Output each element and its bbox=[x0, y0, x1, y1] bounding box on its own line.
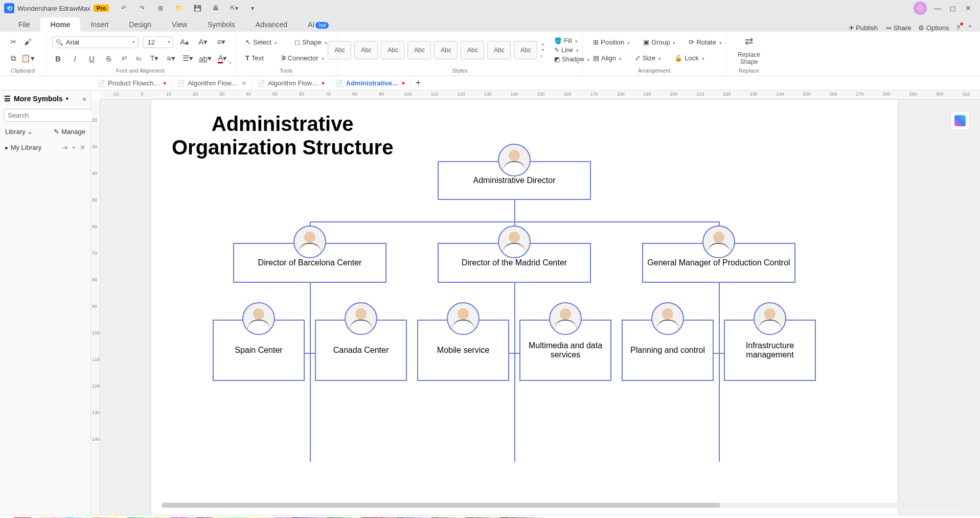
close-button[interactable]: ✕ bbox=[961, 4, 976, 12]
manage-link[interactable]: ✎ Manage bbox=[54, 128, 85, 136]
bold-icon[interactable]: B bbox=[52, 52, 64, 64]
style-preset[interactable]: Abc bbox=[461, 41, 484, 59]
text-tool[interactable]: T Text bbox=[241, 52, 268, 64]
node-l2a[interactable]: Director of Barcelona Center bbox=[233, 243, 386, 283]
document-tab[interactable]: 📄Algorithm Flow…✕ bbox=[172, 76, 252, 90]
list-icon[interactable]: ☰▾ bbox=[182, 52, 194, 64]
subscript-icon[interactable]: x₂ bbox=[134, 52, 143, 64]
select-tool[interactable]: ↖ Select bbox=[241, 36, 281, 48]
close-tab-icon[interactable]: ✕ bbox=[241, 80, 246, 87]
align-button[interactable]: ▤ Align bbox=[589, 52, 626, 64]
font-color-icon[interactable]: A▾ bbox=[217, 52, 229, 64]
collapse-ribbon-icon[interactable]: ⌃ bbox=[967, 24, 973, 32]
connector-tool[interactable]: ᕒ Connector bbox=[277, 52, 328, 64]
align-menu-icon[interactable]: ≡▾ bbox=[214, 36, 229, 48]
style-preset[interactable]: Abc bbox=[354, 41, 378, 59]
highlight-icon[interactable]: ab▾ bbox=[199, 52, 212, 64]
horizontal-scrollbar[interactable] bbox=[162, 503, 960, 508]
canvas[interactable]: Administrative Organization Structure bbox=[100, 100, 980, 515]
publish-link[interactable]: ✈ Publish bbox=[849, 24, 878, 32]
replace-shape-button[interactable]: Replace Shape bbox=[732, 51, 766, 65]
line-spacing-icon[interactable]: ≡▾ bbox=[165, 52, 177, 64]
node-l3c[interactable]: Mobile service bbox=[417, 320, 509, 381]
node-l3d[interactable]: Multimedia and data services bbox=[519, 320, 611, 381]
node-l2b[interactable]: Director of the Madrid Center bbox=[438, 243, 591, 283]
styles-launcher-icon[interactable]: ↘ bbox=[575, 59, 579, 65]
person-icon bbox=[651, 302, 684, 335]
close-lib-icon[interactable]: ✕ bbox=[80, 144, 85, 151]
position-button[interactable]: ⊞ Position bbox=[589, 36, 634, 48]
options-link[interactable]: ⚙ Options bbox=[918, 24, 949, 32]
style-more-icon[interactable]: ▾ bbox=[540, 54, 545, 59]
tab-ai[interactable]: AIhot bbox=[298, 17, 339, 32]
style-preset[interactable]: Abc bbox=[434, 41, 458, 59]
new-icon[interactable]: ⊞ bbox=[155, 2, 166, 14]
undo-icon[interactable]: ↶ bbox=[118, 2, 129, 14]
tab-symbols[interactable]: Symbols bbox=[197, 17, 245, 32]
collapse-sidebar-icon[interactable]: « bbox=[82, 95, 86, 103]
symbol-search-input[interactable] bbox=[4, 109, 97, 122]
case-icon[interactable]: T▾ bbox=[148, 52, 160, 64]
tab-insert[interactable]: Insert bbox=[80, 17, 119, 32]
my-library-item[interactable]: ▸ My Library bbox=[5, 144, 41, 151]
qat-more-icon[interactable]: ▾ bbox=[247, 2, 258, 14]
maximize-button[interactable]: ◻ bbox=[945, 4, 961, 12]
node-l2c[interactable]: General Manager of Production Control bbox=[642, 243, 795, 283]
size-button[interactable]: ⤢ Size bbox=[631, 52, 665, 64]
redo-icon[interactable]: ↷ bbox=[136, 2, 148, 14]
style-preset[interactable]: Abc bbox=[407, 41, 431, 59]
print-icon[interactable]: 🖶 bbox=[210, 2, 221, 14]
group-button[interactable]: ▣ Group bbox=[639, 36, 679, 48]
tab-design[interactable]: Design bbox=[119, 17, 162, 32]
export-icon[interactable]: ⇱▾ bbox=[229, 2, 240, 14]
italic-icon[interactable]: I bbox=[69, 52, 81, 64]
user-avatar[interactable] bbox=[914, 2, 927, 15]
style-down-icon[interactable]: ▼ bbox=[540, 48, 545, 53]
library-dropdown[interactable]: Library ⌄ bbox=[5, 128, 33, 136]
cut-icon[interactable]: ✂ bbox=[6, 36, 20, 48]
font-launcher-icon[interactable]: ↘ bbox=[227, 59, 232, 65]
share-link[interactable]: ⫘ Share bbox=[885, 24, 911, 32]
underline-icon[interactable]: U bbox=[86, 52, 98, 64]
node-l3a[interactable]: Spain Center bbox=[213, 320, 305, 381]
style-preset[interactable]: Abc bbox=[514, 41, 537, 59]
person-icon bbox=[447, 302, 480, 335]
rotate-button[interactable]: ⟳ Rotate bbox=[685, 36, 725, 48]
node-l3f[interactable]: Infrastructure management bbox=[724, 320, 816, 381]
lock-button[interactable]: 🔒 Lock bbox=[670, 52, 708, 64]
ai-assistant-button[interactable] bbox=[950, 111, 970, 130]
format-painter-icon[interactable]: 🖌 bbox=[20, 36, 35, 48]
style-preset[interactable]: Abc bbox=[487, 41, 511, 59]
font-family-select[interactable]: 🔍Arial▾ bbox=[52, 36, 139, 48]
style-up-icon[interactable]: ▲ bbox=[540, 41, 545, 47]
strikethrough-icon[interactable]: S bbox=[103, 52, 115, 64]
paste-icon[interactable]: 📋▾ bbox=[20, 52, 35, 64]
add-tab-button[interactable]: + bbox=[411, 78, 426, 88]
document-tab[interactable]: 📄Administrative…• bbox=[330, 76, 411, 90]
node-l3e[interactable]: Planning and control bbox=[622, 320, 714, 381]
open-icon[interactable]: 📁 bbox=[173, 2, 185, 14]
style-preset[interactable]: Abc bbox=[328, 41, 351, 59]
tab-advanced[interactable]: Advanced bbox=[245, 17, 298, 32]
copy-icon[interactable]: ⧉ bbox=[6, 52, 20, 64]
person-icon bbox=[702, 226, 735, 258]
help-icon[interactable]: ? bbox=[956, 24, 960, 32]
superscript-icon[interactable]: x² bbox=[120, 52, 129, 64]
tab-home[interactable]: Home bbox=[40, 17, 81, 32]
minimize-button[interactable]: — bbox=[930, 4, 945, 12]
document-tab[interactable]: 📄Algorithm Flow…• bbox=[252, 76, 330, 90]
node-l3b[interactable]: Canada Center bbox=[315, 320, 407, 381]
add-lib-icon[interactable]: + bbox=[72, 144, 76, 151]
person-icon bbox=[345, 302, 377, 335]
decrease-font-icon[interactable]: A▾ bbox=[196, 36, 210, 48]
tab-view[interactable]: View bbox=[162, 17, 197, 32]
document-tab[interactable]: 📄Product Flowch…• bbox=[92, 76, 172, 90]
shape-tool[interactable]: ◻ Shape bbox=[290, 36, 331, 48]
import-lib-icon[interactable]: ⇥ bbox=[62, 144, 67, 151]
style-preset[interactable]: Abc bbox=[381, 41, 404, 59]
node-root[interactable]: Administrative Director bbox=[438, 161, 591, 200]
save-icon[interactable]: 💾 bbox=[192, 2, 203, 14]
font-size-select[interactable]: 12▾ bbox=[143, 36, 173, 48]
tab-file[interactable]: File bbox=[8, 17, 40, 32]
increase-font-icon[interactable]: A▴ bbox=[177, 36, 192, 48]
